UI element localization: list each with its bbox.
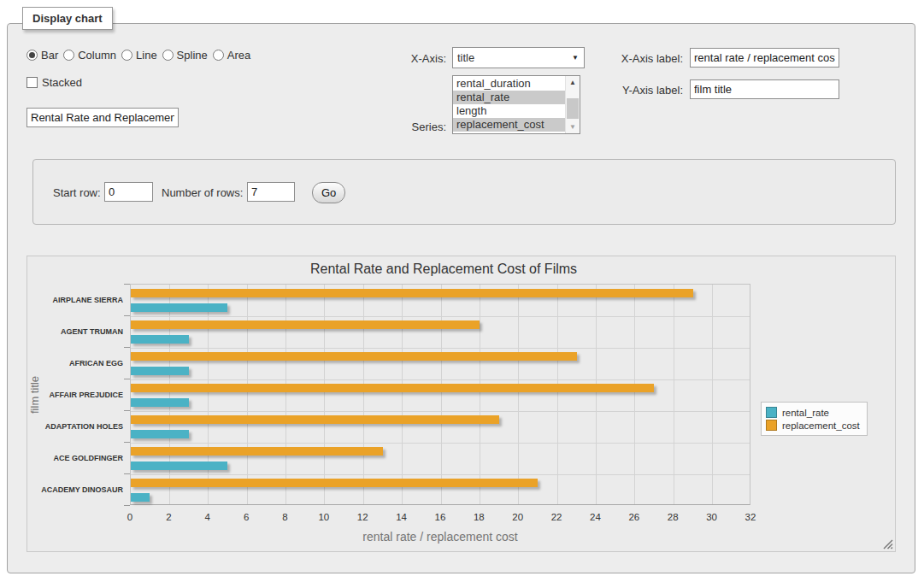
- radio-label: Line: [136, 49, 157, 62]
- y-axis-label-label: Y-Axis label:: [597, 84, 683, 97]
- radio-label: Column: [78, 49, 116, 62]
- go-button[interactable]: Go: [312, 182, 345, 203]
- bar-rental_rate: [131, 493, 150, 502]
- grid-line: [557, 285, 558, 504]
- legend-item: replacement_cost: [766, 420, 860, 431]
- radio-label: Bar: [41, 49, 58, 62]
- series-option[interactable]: length: [453, 104, 565, 118]
- chart-type-radio-bar[interactable]: Bar: [26, 49, 58, 62]
- y-axis-label-input[interactable]: [690, 79, 839, 99]
- chart-title-input[interactable]: [26, 108, 179, 127]
- chart-container: Rental Rate and Replacement Cost of Film…: [26, 256, 896, 552]
- x-tick-label: 20: [512, 512, 523, 522]
- bar-rental_rate: [131, 303, 227, 312]
- x-tick-label: 10: [318, 512, 329, 522]
- bar-rental_rate: [131, 398, 189, 407]
- radio-line[interactable]: [121, 50, 132, 61]
- x-tick-label: 28: [668, 512, 679, 522]
- num-rows-label: Number of rows:: [162, 186, 243, 199]
- stacked-row: Stacked: [26, 76, 82, 89]
- bar-replacement_cost: [131, 289, 693, 297]
- scroll-down-icon[interactable]: ▼: [566, 121, 580, 133]
- x-axis-selected-value: title: [453, 51, 572, 64]
- y-tick-mark: [124, 315, 130, 316]
- x-tick-label: 32: [745, 512, 756, 522]
- legend-label: rental_rate: [782, 408, 829, 418]
- category-label: AFRICAN EGG: [31, 347, 123, 379]
- category-label: ACADEMY DINOSAUR: [31, 473, 123, 505]
- category-label: AGENT TRUMAN: [31, 315, 123, 347]
- bar-rental_rate: [131, 367, 189, 375]
- grid-line: [518, 285, 519, 504]
- x-tick-label: 26: [628, 512, 639, 522]
- y-tick-mark: [124, 505, 130, 506]
- rows-panel: Start row: Number of rows: Go: [32, 159, 896, 225]
- radio-area[interactable]: [213, 50, 224, 61]
- series-option[interactable]: rental_duration: [453, 77, 565, 91]
- grid-line: [402, 285, 403, 504]
- x-tick-label: 0: [127, 512, 132, 522]
- bar-replacement_cost: [131, 320, 480, 329]
- radio-label: Area: [227, 49, 250, 62]
- x-tick-label: 6: [244, 512, 249, 522]
- x-tick-label: 8: [282, 512, 287, 522]
- bar-replacement_cost: [131, 384, 654, 392]
- listbox-scrollbar[interactable]: ▲ ▼: [565, 76, 580, 133]
- x-tick-label: 24: [590, 512, 601, 522]
- scrollbar-thumb[interactable]: [567, 98, 579, 119]
- x-tick-label: 2: [166, 512, 171, 522]
- chart-legend: rental_ratereplacement_cost: [761, 402, 868, 436]
- chart-x-axis-title: rental rate / replacement cost: [130, 530, 750, 544]
- series-option[interactable]: replacement_cost: [453, 118, 565, 132]
- bar-replacement_cost: [131, 479, 538, 487]
- num-rows-input[interactable]: [247, 182, 295, 202]
- category-label: ADAPTATION HOLES: [31, 410, 123, 442]
- radio-label: Spline: [177, 49, 208, 62]
- legend-label: replacement_cost: [782, 420, 860, 431]
- resize-handle-icon[interactable]: [882, 538, 893, 550]
- x-tick-label: 30: [706, 512, 717, 522]
- bar-replacement_cost: [131, 415, 499, 424]
- grid-line: [131, 443, 750, 444]
- grid-line: [131, 348, 750, 349]
- legend-swatch: [766, 420, 777, 431]
- grid-line: [131, 474, 750, 475]
- series-listbox[interactable]: rental_durationrental_ratelengthreplacem…: [452, 75, 580, 134]
- stacked-label: Stacked: [42, 76, 82, 89]
- grid-line: [596, 285, 597, 504]
- chart-type-radio-spline[interactable]: Spline: [162, 49, 208, 62]
- y-tick-mark: [124, 284, 130, 285]
- start-row-input[interactable]: [104, 182, 153, 202]
- fieldset-legend: Display chart: [22, 7, 113, 30]
- y-tick-mark: [124, 473, 130, 474]
- bar-rental_rate: [131, 430, 189, 438]
- grid-line: [674, 285, 674, 504]
- x-axis-select-label: X-Axis:: [375, 52, 446, 65]
- x-tick-label: 16: [435, 512, 446, 522]
- grid-line: [208, 285, 209, 504]
- grid-line: [634, 285, 635, 504]
- x-axis-select[interactable]: title ▼: [452, 47, 585, 68]
- bar-replacement_cost: [131, 352, 577, 361]
- x-tick-label: 18: [474, 512, 485, 522]
- grid-line: [285, 285, 286, 504]
- x-tick-label: 14: [396, 512, 407, 522]
- chart-type-radio-column[interactable]: Column: [63, 49, 116, 62]
- radio-column[interactable]: [63, 50, 74, 61]
- x-axis-label-input[interactable]: [690, 48, 839, 68]
- grid-line: [324, 285, 325, 504]
- x-tick-label: 4: [205, 512, 210, 522]
- grid-line: [247, 285, 248, 504]
- chart-type-radio-line[interactable]: Line: [121, 49, 157, 62]
- scroll-up-icon[interactable]: ▲: [566, 76, 580, 89]
- y-tick-mark: [124, 347, 130, 348]
- series-option[interactable]: rental_rate: [453, 91, 565, 104]
- chart-type-radios: BarColumnLineSplineArea: [26, 49, 256, 62]
- bar-replacement_cost: [131, 447, 383, 456]
- chart-type-radio-area[interactable]: Area: [213, 49, 250, 62]
- stacked-checkbox[interactable]: [26, 77, 38, 88]
- radio-spline[interactable]: [162, 50, 174, 61]
- grid-line: [441, 285, 442, 504]
- radio-bar[interactable]: [26, 50, 38, 61]
- grid-line: [363, 285, 364, 504]
